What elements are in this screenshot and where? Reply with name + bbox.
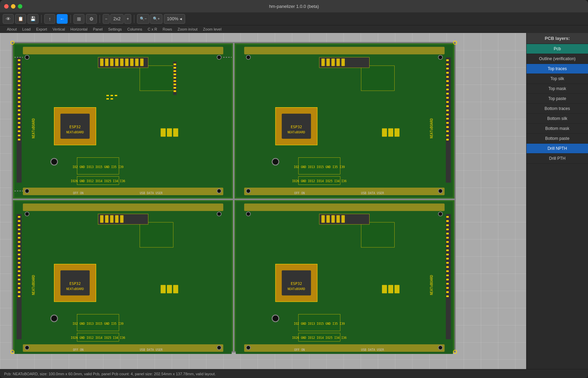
layer-item-pcb[interactable]: Pcb: [527, 44, 588, 54]
svg-rect-81: [446, 68, 449, 69]
svg-rect-198: [446, 296, 449, 297]
svg-rect-159: [115, 215, 118, 223]
zoom-combo: 🔍− 🔍+: [137, 14, 162, 24]
svg-rect-44: [100, 58, 103, 66]
settings-button[interactable]: ⚙: [86, 14, 97, 24]
layer-item-top-traces[interactable]: Top traces: [527, 64, 588, 74]
svg-rect-32: [140, 66, 173, 91]
svg-rect-136: [18, 245, 20, 247]
svg-rect-104: [361, 66, 394, 91]
layer-item-bottom-paste[interactable]: Bottom paste: [527, 134, 588, 144]
svg-rect-108: [331, 58, 335, 66]
svg-rect-62: [111, 95, 113, 96]
grid-button[interactable]: ⊞: [74, 14, 84, 24]
horizontal-label[interactable]: Horizontal: [68, 27, 90, 31]
svg-rect-139: [18, 258, 20, 259]
open-button[interactable]: 📋: [15, 14, 26, 24]
svg-rect-143: [18, 275, 20, 276]
panel-size-label: 2x2: [110, 14, 124, 24]
svg-rect-80: [446, 64, 449, 65]
svg-rect-79: [446, 59, 449, 61]
svg-point-169: [217, 346, 221, 350]
svg-rect-16: [18, 97, 20, 99]
svg-text:OFF    ON: OFF ON: [73, 348, 83, 352]
svg-rect-40: [173, 84, 176, 85]
svg-text:ESP32: ESP32: [69, 125, 81, 129]
svg-rect-179: [446, 216, 449, 218]
layer-item-bottom-silk[interactable]: Bottom silk: [527, 114, 588, 124]
svg-rect-89: [446, 101, 449, 103]
minimize-button[interactable]: [11, 4, 15, 9]
svg-rect-13: [18, 85, 20, 86]
eye-button[interactable]: 👁: [3, 14, 14, 24]
panel-label[interactable]: Panel: [90, 27, 105, 31]
layer-item-outline-verification[interactable]: Outline (verification): [527, 54, 588, 64]
svg-point-31: [51, 158, 57, 165]
svg-text:USB  DATA  USER: USB DATA USER: [140, 191, 163, 195]
svg-rect-85: [446, 85, 449, 86]
svg-rect-197: [446, 291, 449, 293]
svg-text:OFF    ON: OFF ON: [294, 348, 305, 352]
left-arrow-icon: ←: [60, 16, 65, 22]
svg-rect-77: [244, 188, 445, 195]
svg-rect-19: [18, 110, 20, 111]
svg-rect-183: [446, 233, 449, 234]
columns-label[interactable]: Columns: [125, 27, 145, 31]
svg-point-219: [438, 346, 442, 350]
title-bar: hm-panelizer 1.0.0 (beta): [0, 0, 588, 12]
traffic-lights: [4, 4, 22, 9]
up-button[interactable]: ↑: [44, 14, 55, 24]
panel-minus-button[interactable]: −: [103, 14, 110, 24]
save-button[interactable]: 💾: [27, 14, 38, 24]
svg-text:ESP32: ESP32: [291, 125, 302, 129]
svg-rect-39: [173, 80, 176, 82]
rows-label[interactable]: Rows: [160, 27, 175, 31]
vertical-label[interactable]: Vertical: [50, 27, 68, 31]
status-text: Pcb: NEAToBOARD, size: 100.0mm x 60.0mm,…: [4, 372, 216, 376]
load-label[interactable]: Load: [20, 27, 33, 31]
maximize-button[interactable]: [18, 4, 22, 9]
svg-rect-208: [331, 215, 335, 223]
svg-rect-141: [18, 266, 20, 268]
svg-rect-182: [446, 229, 449, 230]
panel-plus-button[interactable]: +: [124, 14, 131, 24]
svg-text:IO2 GND IO13 IO15 GND I35 I39: IO2 GND IO13 IO15 GND I35 I39: [72, 165, 123, 169]
zoom-in-button[interactable]: 🔍+: [150, 14, 162, 24]
zoom-inout-label[interactable]: Zoom in/out: [175, 27, 200, 31]
layer-item-drill-pth[interactable]: Drill PTH: [527, 154, 588, 164]
svg-rect-188: [446, 254, 449, 255]
layer-item-top-mask[interactable]: Top mask: [527, 84, 588, 94]
svg-rect-222: [382, 285, 387, 293]
svg-point-118: [246, 189, 250, 193]
layer-item-top-paste[interactable]: Top paste: [527, 94, 588, 104]
svg-rect-195: [446, 283, 449, 285]
label-row: About Load Export Vertical Horizontal Pa…: [0, 25, 588, 33]
svg-rect-196: [446, 287, 449, 289]
layer-item-top-silk[interactable]: Top silk: [527, 74, 588, 84]
layer-item-bottom-mask[interactable]: Bottom mask: [527, 124, 588, 134]
open-icon: 📋: [18, 16, 23, 21]
export-label[interactable]: Export: [33, 27, 50, 31]
svg-rect-185: [446, 241, 449, 243]
left-button[interactable]: ←: [57, 14, 68, 24]
svg-text:USB  DATA  USER: USB DATA USER: [361, 348, 384, 352]
about-label[interactable]: About: [4, 27, 20, 31]
layer-item-bottom-traces[interactable]: Bottom traces: [527, 104, 588, 114]
close-button[interactable]: [4, 4, 9, 9]
svg-point-68: [25, 189, 29, 193]
zoom-out-button[interactable]: 🔍−: [137, 14, 149, 24]
svg-rect-189: [446, 258, 449, 259]
svg-rect-209: [337, 215, 340, 223]
svg-rect-64: [106, 98, 109, 100]
canvas-area[interactable]: ESP32 NEAToBOARD: [0, 33, 526, 369]
svg-rect-51: [135, 58, 139, 66]
svg-rect-93: [446, 118, 449, 120]
svg-rect-133: [18, 233, 20, 234]
zoom-level-label[interactable]: Zoom level: [200, 27, 224, 31]
cxr-label[interactable]: C x R: [145, 27, 160, 31]
svg-rect-97: [446, 135, 449, 136]
svg-point-216: [246, 212, 250, 216]
settings-label[interactable]: Settings: [105, 27, 125, 31]
layer-item-drill-npth[interactable]: Drill NPTH: [527, 144, 588, 154]
sep3: [100, 15, 100, 23]
